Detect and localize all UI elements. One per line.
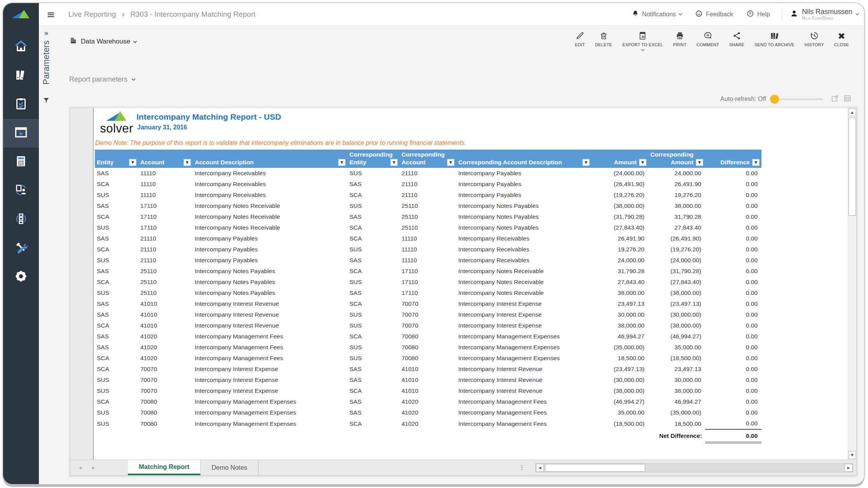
tab-drag-handle[interactable] — [521, 465, 522, 466]
home-icon — [14, 39, 28, 55]
breadcrumb-root[interactable]: Live Reporting — [68, 10, 116, 19]
filter-dropdown-icon[interactable]: ▼ — [639, 159, 646, 166]
cell: 18,500.00 — [592, 353, 648, 364]
cell: 23,497.13 — [592, 298, 648, 309]
scroll-down-icon[interactable]: ▼ — [849, 451, 856, 459]
send-to-archive-button[interactable]: SEND TO ARCHIVE — [749, 29, 800, 47]
parameters-panel-label[interactable]: Parameters — [41, 40, 51, 85]
cell: 30,000.00 — [648, 375, 705, 385]
cell: Intercompany Interest Revenue — [193, 309, 348, 320]
sidebar-item-archives[interactable] — [3, 61, 39, 90]
comment-button[interactable]: COMMENT — [692, 29, 724, 47]
delete-button[interactable]: DELETE — [590, 29, 617, 47]
cell: 25110 — [400, 211, 456, 222]
notifications-button[interactable]: Notifications — [628, 10, 686, 19]
filter-dropdown-icon[interactable]: ▼ — [696, 159, 703, 166]
sidebar-item-tasks[interactable] — [3, 90, 39, 119]
history-button[interactable]: HISTORY — [800, 29, 829, 47]
cell: SUS — [348, 342, 400, 353]
cell: Intercompany Management Fees — [456, 418, 592, 429]
vertical-scroll-thumb[interactable] — [849, 118, 856, 216]
next-sheet-icon[interactable]: ▸ — [93, 465, 95, 471]
report-parameters-toggle[interactable]: Report parameters — [69, 75, 135, 84]
scroll-up-icon[interactable]: ▲ — [849, 108, 856, 116]
expand-panel-icon[interactable]: » — [44, 29, 49, 37]
table-row: SAS21110Intercompany PayablesSCA11110Int… — [95, 233, 761, 244]
scroll-right-icon[interactable]: ▶ — [845, 464, 852, 472]
tab-demo-notes[interactable]: Demo Notes — [201, 460, 258, 475]
table-row: SCA41020Intercompany Management FeesSUS7… — [95, 353, 761, 364]
cell: 11110 — [138, 168, 193, 179]
sidebar-item-live-reporting[interactable] — [3, 119, 39, 148]
hamburger-menu-icon[interactable]: ≡ — [47, 9, 55, 20]
table-row: SCA70080Intercompany Management Expenses… — [95, 396, 761, 407]
cell: Intercompany Receivables — [456, 244, 592, 255]
sidebar-item-tools[interactable] — [3, 234, 39, 263]
parameters-panel-collapsed: » Parameters — [39, 26, 54, 484]
filter-funnel-icon[interactable] — [42, 96, 50, 106]
export-to-excel-button[interactable]: X EXPORT TO EXCEL — [617, 29, 668, 51]
cell: SUS — [348, 168, 400, 179]
table-row: SUS70080Intercompany Management Expenses… — [95, 418, 761, 429]
cell: (19,276.20) — [592, 190, 648, 200]
table-row: SUS21110Intercompany PayablesSAS11110Int… — [95, 255, 761, 266]
share-button[interactable]: SHARE — [724, 29, 749, 47]
cell: 0.00 — [705, 200, 761, 211]
cell: SCA — [348, 266, 400, 277]
prev-sheet-icon[interactable]: ◂ — [79, 465, 82, 471]
cell: Intercompany Receivables — [193, 190, 348, 200]
print-button[interactable]: PRINT — [668, 29, 692, 47]
open-in-window-icon[interactable] — [831, 94, 839, 104]
cell: 26,491.90 — [648, 179, 705, 190]
auto-refresh-slider[interactable] — [772, 98, 823, 100]
cell: 0.00 — [705, 277, 761, 288]
cell: SUS — [95, 418, 138, 429]
cell: 41010 — [138, 309, 193, 320]
sidebar-item-home[interactable] — [3, 33, 39, 61]
data-warehouse-selector[interactable]: Data Warehouse — [69, 37, 136, 47]
edit-button[interactable]: EDIT — [570, 29, 590, 47]
cell: (26,491.90) — [648, 233, 705, 244]
filter-dropdown-icon[interactable]: ▼ — [183, 159, 191, 166]
cell: SAS — [348, 288, 400, 298]
help-button[interactable]: ? Help — [742, 10, 774, 19]
filter-dropdown-icon[interactable]: ▼ — [338, 159, 346, 166]
grid-view-icon[interactable] — [843, 94, 852, 104]
cell: 70070 — [400, 320, 456, 331]
sidebar-item-workflow[interactable] — [3, 205, 39, 234]
horizontal-scroll-thumb[interactable] — [545, 464, 645, 472]
scroll-left-icon[interactable]: ◀ — [536, 464, 544, 472]
cell: Intercompany Interest Revenue — [456, 375, 592, 385]
close-button[interactable]: ✖ CLOSE — [829, 29, 854, 47]
filter-dropdown-icon[interactable]: ▼ — [447, 159, 454, 166]
filter-dropdown-icon[interactable]: ▼ — [390, 159, 398, 166]
feedback-button[interactable]: Feedback — [691, 10, 737, 19]
vertical-scrollbar[interactable]: ▲ ▼ — [848, 108, 856, 460]
cell: 17110 — [138, 222, 193, 233]
report-viewer: solver Intercompany Matching Report - US… — [70, 107, 857, 476]
cell: (46,994.27) — [592, 396, 648, 407]
sidebar-item-settings[interactable] — [3, 263, 39, 291]
slider-knob[interactable] — [770, 95, 779, 104]
cell: (19,276.20) — [648, 244, 705, 255]
cell: Intercompany Notes Receivable — [456, 288, 592, 298]
filter-dropdown-icon[interactable]: ▼ — [582, 159, 590, 166]
tab-matching-report[interactable]: Matching Report — [128, 460, 201, 475]
sheet-tab-bar: ◂ ▸ Matching Report Demo Notes ◀ ▶ — [70, 460, 856, 475]
breadcrumb-separator-icon: › — [121, 9, 125, 19]
cell: (35,000.00) — [648, 407, 705, 418]
table-row: SCA11110Intercompany ReceivablesSAS21110… — [95, 179, 761, 190]
cell: Intercompany Management Fees — [456, 396, 592, 407]
cell: 19,276.20 — [648, 190, 705, 200]
filter-dropdown-icon[interactable]: ▼ — [129, 159, 136, 166]
table-row: SUS70080Intercompany Management Expenses… — [95, 407, 761, 418]
user-menu[interactable]: Nils Rasmussen Nils CorpDemo — [790, 8, 859, 20]
horizontal-scrollbar[interactable]: ◀ ▶ — [535, 463, 853, 472]
cell: 0.00 — [705, 407, 761, 418]
sidebar-item-collaboration[interactable] — [3, 176, 39, 205]
sidebar-item-budgeting[interactable] — [3, 148, 39, 176]
cell: (46,994.27) — [648, 331, 705, 342]
filter-dropdown-icon[interactable]: ▼ — [752, 159, 760, 166]
cell: SCA — [348, 385, 400, 396]
breadcrumb-current: R303 - Intercompany Matching Report — [130, 10, 255, 19]
